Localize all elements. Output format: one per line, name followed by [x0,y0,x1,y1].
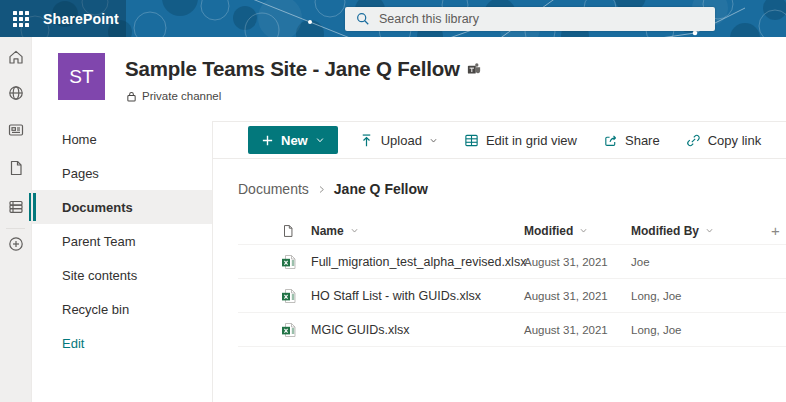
left-rail [0,37,32,402]
site-initials: ST [69,66,93,88]
sharepoint-window: SharePoint [0,0,786,402]
file-modified: August 31, 2021 [524,256,631,268]
document-icon[interactable] [0,153,32,183]
nav-edit-link[interactable]: Edit [32,326,212,360]
file-row[interactable]: MGIC GUIDs.xlsx August 31, 2021 Long, Jo… [238,313,786,347]
share-icon [603,133,618,148]
lock-icon [126,91,137,102]
chevron-down-icon [705,226,714,235]
nav-item-documents[interactable]: Documents [32,190,212,224]
file-row[interactable]: HO Staff List - with GUIDs.xlsx August 3… [238,279,786,313]
search-box[interactable] [345,7,715,31]
edit-grid-view-button[interactable]: Edit in grid view [464,133,577,148]
site-nav: Home Pages Documents Parent Team Site co… [32,122,212,360]
file-list-header: Name Modified Modified By + [238,217,786,245]
suite-bar: SharePoint [0,0,786,37]
site-logo-avatar[interactable]: ST [58,53,105,100]
teams-icon [467,62,481,76]
breadcrumb-current-folder: Jane Q Fellow [334,181,428,197]
file-type-column-icon[interactable] [281,224,311,238]
column-header-modified[interactable]: Modified [524,224,631,238]
link-icon [686,133,701,148]
suite-brand: SharePoint [0,0,126,37]
excel-file-icon [281,254,311,270]
news-icon[interactable] [0,115,32,145]
file-name[interactable]: Full_migration_test_alpha_revised.xlsx [311,255,524,269]
home-icon[interactable] [0,42,32,72]
nav-item-home[interactable]: Home [32,122,212,156]
site-title: Sample Teams Site - Jane Q Fellow [125,57,460,81]
share-button[interactable]: Share [603,133,660,148]
upload-button[interactable]: Upload [359,133,438,148]
copy-link-button[interactable]: Copy link [686,133,761,148]
column-header-modified-by[interactable]: Modified By [631,224,771,238]
new-button[interactable]: New [248,126,338,154]
excel-file-icon [281,322,311,338]
chevron-down-icon [429,136,438,145]
add-column-button[interactable]: + [771,222,786,239]
rail-selection-indicator [29,193,31,221]
globe-icon[interactable] [0,78,32,108]
file-modified-by: Long, Joe [631,290,771,302]
add-circle-icon[interactable] [0,229,32,259]
file-name[interactable]: HO Staff List - with GUIDs.xlsx [311,289,524,303]
search-input[interactable] [379,12,679,26]
chevron-right-icon [317,185,326,194]
file-row[interactable]: Full_migration_test_alpha_revised.xlsx A… [238,245,786,279]
file-name[interactable]: MGIC GUIDs.xlsx [311,323,524,337]
app-name[interactable]: SharePoint [43,11,119,27]
chevron-down-icon [315,135,325,145]
upload-icon [359,133,374,148]
nav-item-pages[interactable]: Pages [32,156,212,190]
library-pane: New Upload [212,121,786,402]
file-list: Name Modified Modified By + [238,217,786,347]
chevron-down-icon [579,226,588,235]
breadcrumb: Documents Jane Q Fellow [238,181,786,197]
file-modified: August 31, 2021 [524,290,631,302]
column-header-name[interactable]: Name [311,224,524,238]
file-modified: August 31, 2021 [524,324,631,336]
plus-icon [261,134,274,147]
privacy-label: Private channel [142,90,221,102]
chevron-down-icon [350,226,359,235]
nav-item-recycle-bin[interactable]: Recycle bin [32,292,212,326]
file-modified-by: Joe [631,256,771,268]
command-bar: New Upload [213,122,786,159]
search-icon [356,12,370,26]
excel-file-icon [281,288,311,304]
nav-item-site-contents[interactable]: Site contents [32,258,212,292]
breadcrumb-documents[interactable]: Documents [238,181,309,197]
nav-item-parent-team[interactable]: Parent Team [32,224,212,258]
grid-icon [464,133,479,148]
library-icon[interactable] [0,192,32,222]
app-launcher-icon[interactable] [13,11,29,27]
file-modified-by: Long, Joe [631,324,771,336]
content-area: ST Sample Teams Site - Jane Q Fellow Pri… [32,37,786,402]
